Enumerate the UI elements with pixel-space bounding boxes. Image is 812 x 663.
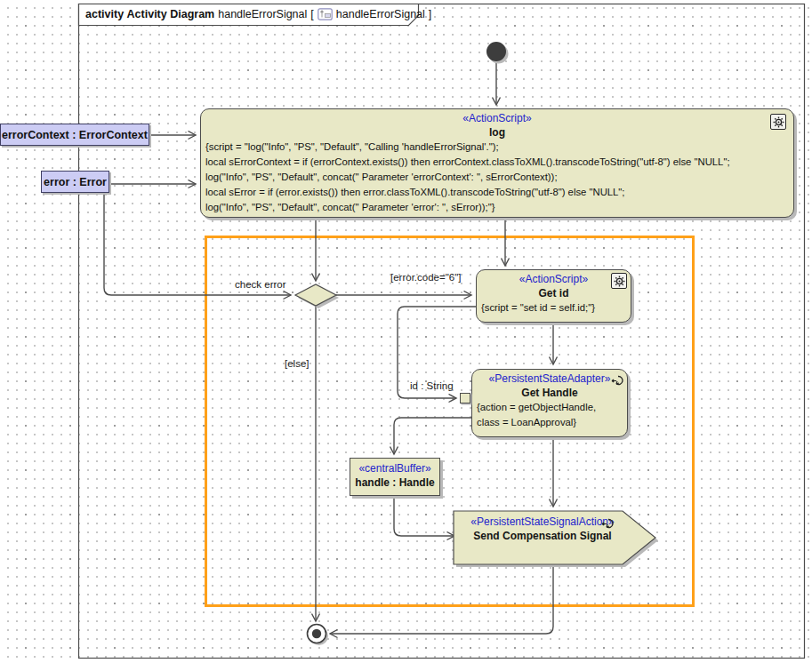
frame-title: activity Activity Diagram handleErrorSig… — [85, 6, 431, 22]
script-gear-icon — [611, 273, 627, 289]
action-log-name: log — [201, 125, 793, 140]
action-log-stereotype: «ActionScript» — [201, 111, 793, 125]
pin-label-id-string: id : String — [410, 380, 454, 391]
action-get-handle-prop: class = LoanApproval} — [472, 415, 627, 430]
frame-ref-name: handleErrorSignal — [336, 8, 425, 20]
edge-buffer-to-send[interactable] — [394, 496, 454, 536]
action-log[interactable]: «ActionScript» log {script = "log("Info"… — [200, 108, 794, 218]
action-get-id-stereotype: «ActionScript» — [477, 272, 631, 286]
edges-layer — [0, 0, 812, 663]
action-get-id-script: {script = "set id = self.id;"} — [477, 300, 631, 316]
final-node-core — [312, 629, 321, 638]
central-buffer-name: handle : Handle — [350, 475, 439, 490]
frame-kind: activity — [85, 8, 124, 20]
action-get-id[interactable]: «ActionScript» Get id {script = "set id … — [476, 269, 631, 323]
action-get-handle-name: Get Handle — [472, 386, 627, 400]
edge-label-guard-code: [error.code="6"] — [390, 272, 461, 283]
central-buffer-stereotype: «centralBuffer» — [350, 461, 439, 475]
script-gear-icon — [770, 114, 786, 130]
diagram-icon — [318, 8, 333, 20]
activity-frame — [79, 4, 805, 659]
edge-send-to-final[interactable] — [330, 565, 553, 634]
param-node-errorcontext[interactable]: errorContext : ErrorContext — [0, 124, 149, 146]
adapter-behavior-icon — [601, 516, 616, 531]
action-log-script-line: log("Info", "PS", "Default", concat(" Pa… — [201, 200, 793, 215]
decision-node[interactable] — [295, 284, 336, 306]
action-get-handle-stereotype: «PersistentStateAdapter» — [472, 371, 627, 386]
edge-label-check-error: check error — [235, 279, 286, 290]
adapter-behavior-icon — [611, 373, 626, 388]
action-get-id-name: Get id — [477, 286, 631, 300]
action-get-handle[interactable]: «PersistentStateAdapter» Get Handle {act… — [471, 369, 628, 437]
frame-ref-close: ] — [429, 8, 431, 20]
action-log-script-line: {script = "log("Info", "PS", "Default", … — [201, 140, 793, 155]
action-log-script-line: local sErrorContext = if (errorContext.e… — [201, 155, 793, 170]
action-log-script-line: local sError = if (error.exists()) then … — [201, 185, 793, 200]
initial-node[interactable] — [486, 42, 506, 61]
edge-gethandle-to-buffer[interactable] — [394, 418, 471, 454]
frame-type: Activity Diagram — [127, 8, 215, 20]
input-pin-id[interactable] — [460, 393, 470, 403]
param-error-label: error : Error — [44, 176, 107, 188]
edge-label-else: [else] — [285, 358, 310, 369]
action-get-handle-prop: {action = getObjectHandle, — [472, 400, 627, 415]
diagram-canvas: activity Activity Diagram handleErrorSig… — [0, 0, 812, 663]
frame-ref-open: [ — [310, 8, 313, 20]
action-log-script-line: log("Info", "PS", "Default", concat(" Pa… — [201, 170, 793, 185]
param-errorcontext-label: errorContext : ErrorContext — [2, 129, 148, 141]
central-buffer-node[interactable]: «centralBuffer» handle : Handle — [350, 458, 440, 496]
frame-name: handleErrorSignal — [218, 8, 307, 20]
param-node-error[interactable]: error : Error — [41, 171, 109, 193]
